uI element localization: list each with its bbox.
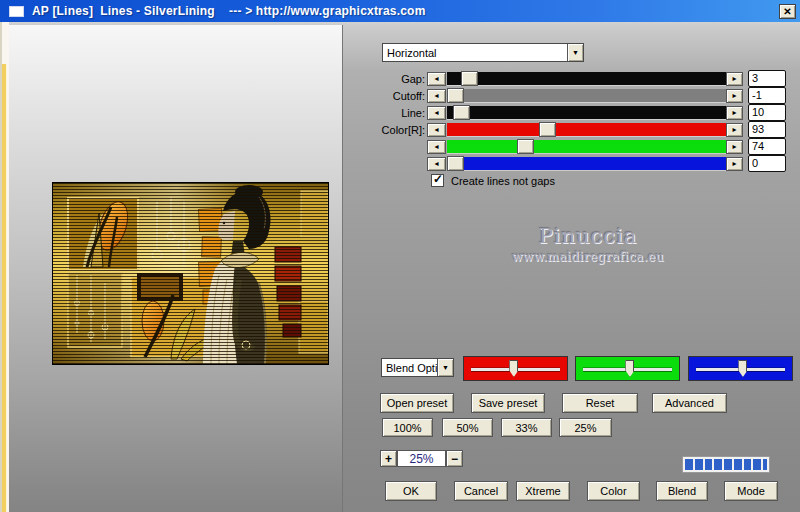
progress-segment <box>695 459 703 470</box>
ok-button[interactable]: OK <box>385 481 437 501</box>
progress-segment <box>734 459 742 470</box>
zoom-50-button[interactable]: 50% <box>442 418 493 437</box>
title-bar[interactable]: AP [Lines] Lines - SilverLining --- > ht… <box>0 0 800 22</box>
slider-value-box[interactable]: 10 <box>748 104 786 121</box>
zoom-100-button[interactable]: 100% <box>382 418 433 437</box>
blend-options-select[interactable]: Blend Opti ▼ <box>381 358 454 377</box>
slider-right-arrow-icon[interactable]: ▸ <box>726 72 743 86</box>
blend-blue-slider[interactable] <box>688 356 793 381</box>
slider-row-color-g: ◂ ▸ 74 <box>0 140 800 154</box>
watermark-site: www.maidiregrafica.eu <box>382 250 794 264</box>
mode-select[interactable]: Horizontal ▼ <box>382 43 584 62</box>
watermark: Pinuccia www.maidiregrafica.eu <box>382 224 794 264</box>
chevron-down-icon[interactable]: ▼ <box>437 359 453 376</box>
advanced-button[interactable]: Advanced <box>652 393 727 413</box>
slider-label: Gap: <box>340 73 425 85</box>
slider-track[interactable] <box>447 89 726 102</box>
slider-value-box[interactable]: 3 <box>748 70 786 87</box>
slider-thumb[interactable] <box>539 122 556 137</box>
slider-left-arrow-icon[interactable]: ◂ <box>427 140 446 154</box>
slider-left-arrow-icon[interactable]: ◂ <box>427 89 446 103</box>
xtreme-button[interactable]: Xtreme <box>516 481 570 501</box>
slider-row-color-r: Color[R]: ◂ ▸ 93 <box>0 123 800 137</box>
save-preset-button[interactable]: Save preset <box>471 393 545 413</box>
slider-left-arrow-icon[interactable]: ◂ <box>427 72 446 86</box>
progress-segment <box>753 459 761 470</box>
blend-options-value: Blend Opti <box>382 362 437 374</box>
close-icon[interactable]: ✕ <box>779 4 796 19</box>
zoom-level-value: 25% <box>397 450 446 467</box>
slider-right-arrow-icon[interactable]: ▸ <box>726 89 743 103</box>
slider-value-box[interactable]: 74 <box>748 138 786 155</box>
chevron-down-icon[interactable]: ▼ <box>567 44 583 61</box>
slider-label: Cutoff: <box>340 90 425 102</box>
slider-label: Line: <box>340 107 425 119</box>
progress-segment <box>763 459 767 470</box>
window-icon <box>9 6 24 17</box>
progress-segment <box>714 459 722 470</box>
color-button[interactable]: Color <box>587 481 640 501</box>
slider-right-arrow-icon[interactable]: ▸ <box>726 123 743 137</box>
slider-track[interactable] <box>447 123 726 136</box>
slider-row-line: Line: ◂ ▸ 10 <box>0 106 800 120</box>
progress-segment <box>724 459 732 470</box>
mode-select-value: Horizontal <box>383 47 567 59</box>
slider-thumb[interactable] <box>453 105 470 120</box>
slider-thumb[interactable] <box>447 156 464 171</box>
slider-label: Color[R]: <box>340 124 425 136</box>
slider-track[interactable] <box>447 140 726 153</box>
slider-thumb[interactable] <box>447 88 464 103</box>
create-lines-option: ✓ Create lines not gaps <box>431 174 555 187</box>
preview-image[interactable] <box>52 182 329 365</box>
slider-left-arrow-icon[interactable]: ◂ <box>427 123 446 137</box>
slider-row-gap: Gap: ◂ ▸ 3 <box>0 72 800 86</box>
slider-thumb[interactable] <box>517 139 534 154</box>
blend-button[interactable]: Blend <box>656 481 708 501</box>
plugin-dialog: AP [Lines] Lines - SilverLining --- > ht… <box>0 0 800 512</box>
create-lines-label: Create lines not gaps <box>451 175 555 187</box>
open-preset-button[interactable]: Open preset <box>380 393 454 413</box>
slider-row-cutoff: Cutoff: ◂ ▸ -1 <box>0 89 800 103</box>
reset-button[interactable]: Reset <box>562 393 638 413</box>
slider-track[interactable] <box>447 157 726 170</box>
window-title: AP [Lines] Lines - SilverLining --- > ht… <box>32 4 426 18</box>
slider-track[interactable] <box>447 72 726 85</box>
slider-thumb[interactable] <box>738 360 747 377</box>
check-icon: ✓ <box>433 172 443 186</box>
slider-thumb[interactable] <box>625 360 634 377</box>
slider-row-color-b: ◂ ▸ 0 <box>0 157 800 171</box>
slider-left-arrow-icon[interactable]: ◂ <box>427 106 446 120</box>
lines-effect-overlay <box>53 183 328 364</box>
slider-right-arrow-icon[interactable]: ▸ <box>726 106 743 120</box>
slider-track[interactable] <box>447 106 726 119</box>
slider-left-arrow-icon[interactable]: ◂ <box>427 157 446 171</box>
zoom-25-button[interactable]: 25% <box>559 418 612 437</box>
create-lines-checkbox[interactable]: ✓ <box>431 174 444 187</box>
blend-green-slider[interactable] <box>575 356 680 381</box>
slider-value-box[interactable]: 0 <box>748 155 786 172</box>
progress-segment <box>744 459 752 470</box>
slider-thumb[interactable] <box>461 71 478 86</box>
progress-segment <box>705 459 713 470</box>
progress-segment <box>685 459 693 470</box>
slider-thumb[interactable] <box>509 360 518 377</box>
slider-right-arrow-icon[interactable]: ▸ <box>726 157 743 171</box>
watermark-name: Pinuccia <box>382 224 794 248</box>
blend-red-slider[interactable] <box>463 356 568 381</box>
slider-value-box[interactable]: 93 <box>748 121 786 138</box>
mode-button[interactable]: Mode <box>724 481 778 501</box>
cancel-button[interactable]: Cancel <box>454 481 508 501</box>
slider-value-box[interactable]: -1 <box>748 87 786 104</box>
zoom-in-button[interactable]: + <box>380 450 397 467</box>
slider-right-arrow-icon[interactable]: ▸ <box>726 140 743 154</box>
progress-bar <box>682 456 770 473</box>
zoom-33-button[interactable]: 33% <box>501 418 552 437</box>
zoom-out-button[interactable]: − <box>446 450 463 467</box>
